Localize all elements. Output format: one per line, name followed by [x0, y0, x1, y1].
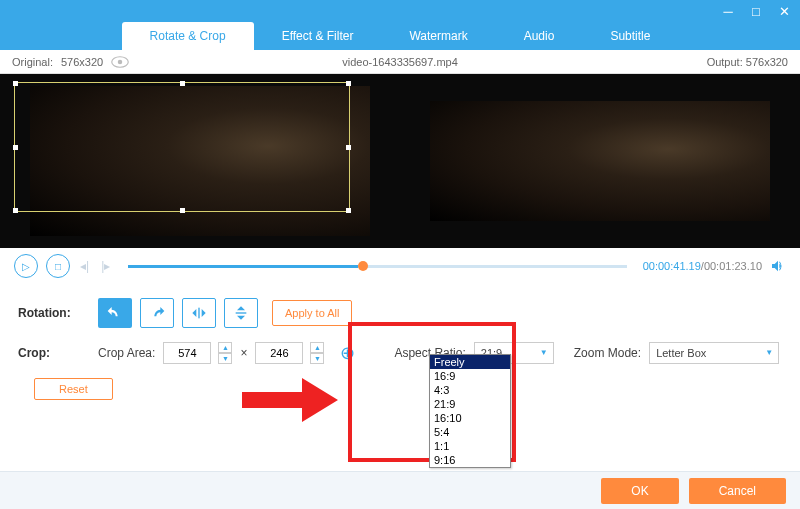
tab-watermark[interactable]: Watermark	[381, 22, 495, 50]
flip-vertical-button[interactable]	[224, 298, 258, 328]
playback-bar: ▷ □ ◂| |▸ 00:00:41.19/00:01:23.10	[0, 248, 800, 284]
aspect-ratio-dropdown[interactable]: Freely 16:9 4:3 21:9 16:10 5:4 1:1 9:16	[429, 354, 511, 468]
aspect-option[interactable]: 21:9	[430, 397, 510, 411]
crop-width-down[interactable]: ▼	[218, 353, 232, 364]
svg-rect-3	[236, 312, 247, 313]
crop-label: Crop:	[18, 346, 90, 360]
stop-button[interactable]: □	[46, 254, 70, 278]
aspect-option[interactable]: 9:16	[430, 453, 510, 467]
title-bar: ─ □ ✕	[0, 0, 800, 22]
crop-width-up[interactable]: ▲	[218, 342, 232, 353]
aspect-option[interactable]: 1:1	[430, 439, 510, 453]
time-current: 00:00:41.19	[643, 260, 701, 272]
aspect-option[interactable]: 4:3	[430, 383, 510, 397]
original-value: 576x320	[61, 56, 103, 68]
volume-icon[interactable]	[770, 258, 786, 274]
tab-subtitle[interactable]: Subtitle	[582, 22, 678, 50]
ok-button[interactable]: OK	[601, 478, 678, 504]
controls-panel: Rotation: Apply to All Crop: Crop Area: …	[0, 284, 800, 422]
crop-height-input[interactable]	[255, 342, 303, 364]
svg-rect-2	[198, 308, 199, 319]
tab-effect-filter[interactable]: Effect & Filter	[254, 22, 382, 50]
crop-width-input[interactable]	[163, 342, 211, 364]
minimize-button[interactable]: ─	[718, 1, 738, 21]
play-button[interactable]: ▷	[14, 254, 38, 278]
crop-height-up[interactable]: ▲	[310, 342, 324, 353]
center-crop-button[interactable]: ⊕	[336, 342, 358, 364]
output-video	[430, 101, 770, 221]
close-button[interactable]: ✕	[774, 1, 794, 21]
footer-bar: OK Cancel	[0, 471, 800, 509]
aspect-option[interactable]: 16:10	[430, 411, 510, 425]
crop-height-down[interactable]: ▼	[310, 353, 324, 364]
zoom-mode-select[interactable]: Letter Box	[649, 342, 779, 364]
output-pane	[400, 74, 800, 248]
crop-handle-tl[interactable]	[13, 81, 18, 86]
output-label: Output:	[707, 56, 743, 68]
crop-frame[interactable]	[14, 82, 350, 212]
times-symbol: ×	[240, 346, 247, 360]
flip-horizontal-button[interactable]	[182, 298, 216, 328]
time-display: 00:00:41.19/00:01:23.10	[643, 260, 762, 272]
tab-rotate-crop[interactable]: Rotate & Crop	[122, 22, 254, 50]
preview-eye-icon[interactable]	[111, 56, 129, 68]
filename-label: video-1643335697.mp4	[342, 56, 458, 68]
info-bar: Original: 576x320 video-1643335697.mp4 O…	[0, 50, 800, 74]
timeline[interactable]	[128, 265, 626, 268]
crop-area-label: Crop Area:	[98, 346, 155, 360]
rotate-left-button[interactable]	[98, 298, 132, 328]
preview-area	[0, 74, 800, 248]
cancel-button[interactable]: Cancel	[689, 478, 786, 504]
reset-button[interactable]: Reset	[34, 378, 113, 400]
crop-handle-tm[interactable]	[180, 81, 185, 86]
tab-bar: Rotate & Crop Effect & Filter Watermark …	[0, 22, 800, 50]
crop-handle-bm[interactable]	[180, 208, 185, 213]
source-pane[interactable]	[0, 74, 400, 248]
time-total: /00:01:23.10	[701, 260, 762, 272]
prev-frame-button[interactable]: ◂|	[78, 259, 91, 273]
playhead[interactable]	[358, 261, 368, 271]
crop-handle-mr[interactable]	[346, 145, 351, 150]
output-value: 576x320	[746, 56, 788, 68]
zoom-mode-label: Zoom Mode:	[574, 346, 641, 360]
aspect-option[interactable]: 5:4	[430, 425, 510, 439]
tab-audio[interactable]: Audio	[496, 22, 583, 50]
crop-handle-tr[interactable]	[346, 81, 351, 86]
rotate-right-button[interactable]	[140, 298, 174, 328]
original-label: Original:	[12, 56, 53, 68]
aspect-option[interactable]: Freely	[430, 355, 510, 369]
crop-handle-ml[interactable]	[13, 145, 18, 150]
rotation-label: Rotation:	[18, 306, 90, 320]
highlight-arrow-icon	[242, 378, 338, 422]
aspect-option[interactable]: 16:9	[430, 369, 510, 383]
crop-handle-br[interactable]	[346, 208, 351, 213]
svg-point-1	[118, 59, 123, 64]
crop-handle-bl[interactable]	[13, 208, 18, 213]
next-frame-button[interactable]: |▸	[99, 259, 112, 273]
apply-to-all-button[interactable]: Apply to All	[272, 300, 352, 326]
maximize-button[interactable]: □	[746, 1, 766, 21]
